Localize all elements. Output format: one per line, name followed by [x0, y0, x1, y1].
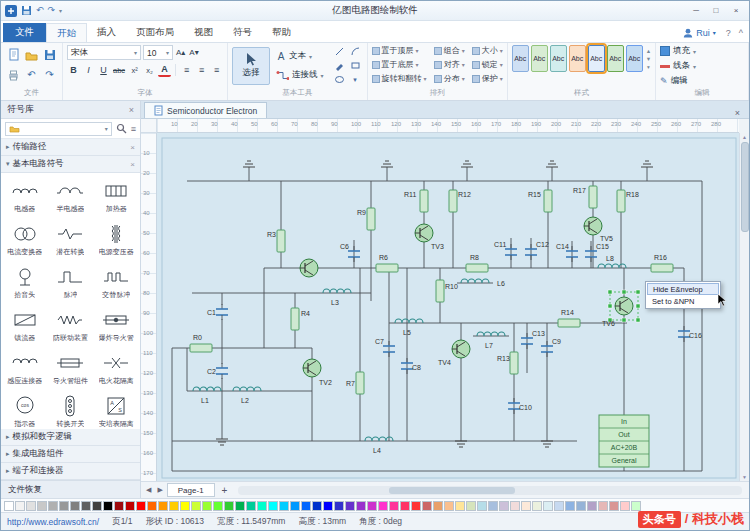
more-tools-icon[interactable]: ▾: [348, 73, 363, 86]
underline-button[interactable]: U: [97, 63, 110, 77]
menu-icon[interactable]: ≡: [131, 124, 136, 134]
palette-color-36[interactable]: [400, 501, 410, 511]
font-family-select[interactable]: 宋体▾: [67, 45, 141, 60]
vertical-scrollbar[interactable]: ▲ ▼: [739, 133, 749, 481]
palette-color-13[interactable]: [147, 501, 157, 511]
ellipse-tool-icon[interactable]: [332, 73, 347, 86]
library-select[interactable]: ▾: [5, 122, 112, 136]
collapse-ribbon-icon[interactable]: ^: [735, 23, 747, 42]
open-file-button[interactable]: [23, 45, 40, 64]
cap-C7[interactable]: C7: [375, 338, 395, 357]
style-scroll-down-icon[interactable]: ▼: [646, 56, 651, 62]
palette-color-20[interactable]: [224, 501, 234, 511]
font-size-select[interactable]: 10▾: [143, 45, 173, 60]
palette-color-44[interactable]: [488, 501, 498, 511]
tab-view[interactable]: 视图: [184, 23, 223, 42]
palette-color-14[interactable]: [158, 501, 168, 511]
palette-color-33[interactable]: [367, 501, 377, 511]
cap-C6[interactable]: C6: [340, 243, 360, 262]
sidebar-section-analog-digital-logic[interactable]: ▸ 模拟和数字逻辑: [1, 429, 140, 446]
palette-color-56[interactable]: [620, 501, 630, 511]
symbol-item-5[interactable]: 电源变压器: [93, 218, 139, 261]
tab-file[interactable]: 文件: [3, 23, 46, 42]
user-account[interactable]: Rui ▾: [677, 23, 722, 42]
redo-icon[interactable]: ↷: [48, 6, 56, 15]
style-more-icon[interactable]: ▾: [647, 64, 650, 70]
symbol-item-10[interactable]: 防联动装置: [48, 304, 94, 347]
cap-C9[interactable]: C9: [541, 338, 561, 357]
palette-color-47[interactable]: [521, 501, 531, 511]
palette-color-2[interactable]: [26, 501, 36, 511]
res-R13[interactable]: R13: [497, 352, 518, 374]
cap-C14[interactable]: C14: [556, 243, 578, 262]
cap-C1[interactable]: C1: [207, 304, 228, 320]
palette-color-0[interactable]: [4, 501, 14, 511]
align-center-button[interactable]: ≡: [195, 63, 208, 77]
res-R12[interactable]: R12: [449, 190, 471, 212]
res-R11[interactable]: R11: [404, 190, 428, 212]
palette-color-45[interactable]: [499, 501, 509, 511]
maximize-button[interactable]: □: [707, 4, 725, 18]
symbol-item-17[interactable]: AS安培表隔离: [93, 390, 139, 429]
minimize-button[interactable]: ─: [687, 4, 705, 18]
drawing-canvas[interactable]: R0R3R4R6R7R8R9R10R11R12R13R14R15R16R17R1…: [157, 133, 739, 481]
npn-TV6[interactable]: TV6: [602, 290, 640, 327]
ind-L2[interactable]: L2: [233, 387, 261, 404]
arc-tool-icon[interactable]: [348, 45, 363, 58]
palette-color-8[interactable]: [92, 501, 102, 511]
res-R6[interactable]: R6: [376, 254, 398, 272]
gndup-47[interactable]: [641, 161, 653, 167]
palette-color-24[interactable]: [268, 501, 278, 511]
palette-color-31[interactable]: [345, 501, 355, 511]
cap-C8[interactable]: C8: [401, 358, 421, 374]
close-button[interactable]: ×: [727, 4, 745, 18]
arrange-button-4[interactable]: 对齐▾: [434, 59, 465, 70]
line-tool-icon[interactable]: [332, 45, 347, 58]
palette-color-4[interactable]: [48, 501, 58, 511]
palette-color-26[interactable]: [290, 501, 300, 511]
arrange-button-6[interactable]: 旋转和翻转▾: [372, 73, 427, 84]
res-R10[interactable]: R10: [436, 280, 458, 302]
connection-table[interactable]: InOutAC+20BGeneral: [599, 415, 649, 467]
ind-L1[interactable]: L1: [193, 387, 221, 404]
palette-color-21[interactable]: [235, 501, 245, 511]
res-R16[interactable]: R16: [651, 254, 673, 272]
symbol-item-11[interactable]: 爆炸导火管: [93, 304, 139, 347]
shrink-font-button[interactable]: A▾: [188, 48, 199, 57]
palette-color-19[interactable]: [213, 501, 223, 511]
palette-color-46[interactable]: [510, 501, 520, 511]
symbol-item-2[interactable]: 加热器: [93, 175, 139, 218]
ind-L7[interactable]: L7: [477, 332, 505, 349]
palette-color-54[interactable]: [598, 501, 608, 511]
symbol-item-12[interactable]: 感应连接器: [2, 347, 48, 390]
palette-color-39[interactable]: [433, 501, 443, 511]
cap-C12[interactable]: C12: [525, 241, 549, 260]
palette-color-57[interactable]: [631, 501, 641, 511]
help-icon[interactable]: ?: [722, 23, 735, 42]
symbol-item-1[interactable]: 半电感器: [48, 175, 94, 218]
symbol-item-16[interactable]: 转换开关: [48, 390, 94, 429]
palette-color-12[interactable]: [136, 501, 146, 511]
print-button[interactable]: [5, 65, 22, 84]
strikethrough-button[interactable]: abc: [112, 63, 126, 77]
palette-color-32[interactable]: [356, 501, 366, 511]
ind-L5[interactable]: L5: [395, 319, 423, 336]
npn-TV5[interactable]: TV5: [584, 217, 613, 242]
npn-TV4[interactable]: TV4: [438, 340, 470, 366]
close-icon[interactable]: ×: [130, 143, 135, 152]
symbol-item-9[interactable]: 镇流器: [2, 304, 48, 347]
style-tile-1[interactable]: Abc: [531, 45, 548, 72]
res-R15[interactable]: R15: [528, 190, 552, 212]
palette-color-23[interactable]: [257, 501, 267, 511]
line-style-button[interactable]: 线条▾: [660, 60, 744, 72]
close-icon[interactable]: ×: [729, 108, 746, 118]
res-R17[interactable]: R17: [573, 186, 597, 208]
palette-color-52[interactable]: [576, 501, 586, 511]
palette-color-40[interactable]: [444, 501, 454, 511]
add-page-button[interactable]: +: [217, 485, 233, 496]
gndup-45[interactable]: [461, 161, 473, 167]
ind-L8[interactable]: L8: [598, 255, 626, 268]
menu-item-set-to-npn[interactable]: Set to &NPN: [647, 295, 719, 307]
sidebar-section-transmission-paths[interactable]: ▸ 传输路径 ×: [1, 139, 140, 156]
res-R8[interactable]: R8: [466, 254, 488, 272]
